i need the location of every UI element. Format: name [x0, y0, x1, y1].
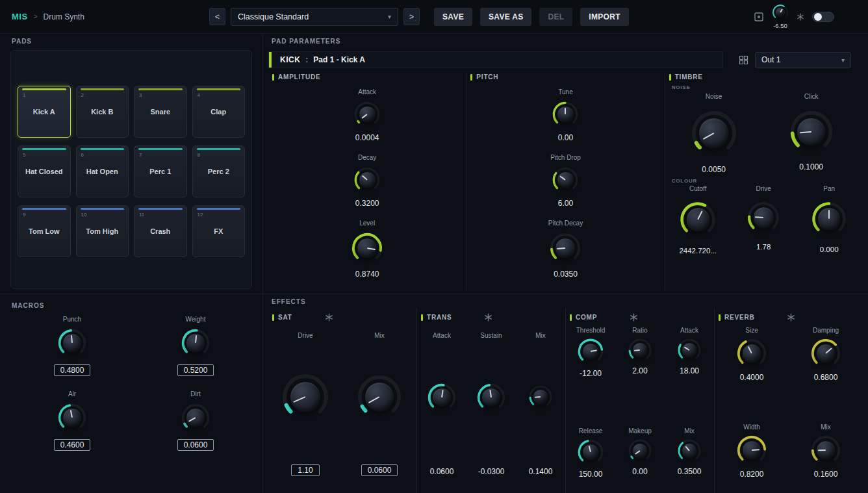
trans-sustain-knob[interactable] [476, 383, 506, 412]
knob-label: Attack [358, 88, 376, 95]
sat-state-icon[interactable] [325, 313, 333, 322]
sparkle-icon[interactable] [797, 13, 804, 21]
sat-panel: SATDrive1.10Mix0.0600 [268, 308, 416, 493]
weight-knob[interactable] [181, 328, 211, 358]
comp-threshold-knob[interactable] [577, 338, 604, 365]
master-toggle[interactable] [812, 12, 834, 22]
pad-hat-closed[interactable]: 5Hat Closed [18, 145, 71, 197]
knob-value[interactable]: 0.4800 [54, 364, 91, 376]
weight-control: Weight0.5200 [177, 316, 214, 376]
pads-grid: 1Kick A2Kick B3Snare4Clap5Hat Closed6Hat… [18, 86, 245, 257]
macros-grid: Punch0.4800Weight0.5200Air0.4600Dirt0.06… [10, 316, 262, 451]
amp-attack-knob[interactable] [353, 101, 381, 128]
knob-pointer [565, 108, 566, 114]
save-as-button[interactable]: SAVE AS [480, 8, 531, 26]
pad-kick-a[interactable]: 1Kick A [18, 86, 71, 138]
dirt-knob[interactable] [181, 403, 211, 433]
pad-tom-high[interactable]: 10Tom High [76, 205, 129, 257]
comp-ratio-control: Ratio2.00 [615, 327, 665, 378]
reverb-width-knob[interactable] [736, 435, 767, 466]
pad-perc-1[interactable]: 7Perc 1 [134, 145, 187, 197]
reverb-damping-knob[interactable] [810, 338, 841, 369]
trans-sustain-control: Sustain-0.0300 [466, 322, 516, 493]
reverb-mix-control: Mix0.1600 [789, 423, 863, 479]
reverb-mix-knob[interactable] [810, 435, 841, 466]
pan-knob[interactable] [811, 201, 847, 237]
pan-control: Pan0.000 [797, 185, 862, 255]
pad-color-line [22, 148, 66, 150]
pad-crash[interactable]: 11Crash [134, 205, 187, 257]
import-button[interactable]: IMPORT [580, 8, 628, 26]
pad-fx[interactable]: 12FX [192, 205, 246, 257]
timbre-drive-knob[interactable] [747, 201, 780, 234]
punch-knob[interactable] [57, 328, 87, 358]
preset-dropdown[interactable]: Classique Standard ▾ [231, 8, 398, 26]
master-volume-control: -6.50 [772, 4, 789, 29]
knob-value[interactable]: 0.0600 [361, 464, 398, 476]
trans-mix-knob[interactable] [528, 385, 553, 409]
pad-perc-2[interactable]: 8Perc 2 [192, 145, 246, 197]
chevron-down-icon: ▾ [841, 57, 845, 64]
reverb-size-knob[interactable] [736, 338, 767, 369]
pad-tom-low[interactable]: 9Tom Low [18, 205, 71, 257]
amp-level-knob[interactable] [351, 232, 383, 264]
comp-attack-knob[interactable] [677, 338, 702, 362]
tune-knob[interactable] [552, 101, 579, 128]
pad-kick-b[interactable]: 2Kick B [76, 86, 129, 138]
timbre-title: TIMBRE [675, 73, 703, 81]
air-knob[interactable] [57, 403, 87, 433]
pad-clap[interactable]: 4Clap [192, 86, 246, 138]
delete-button[interactable]: DEL [539, 8, 572, 26]
pad-snare[interactable]: 3Snare [134, 86, 187, 138]
preset-controls: < Classique Standard ▾ > SAVE SAVE AS DE… [209, 0, 629, 33]
breadcrumb: MIS > Drum Synth [12, 0, 84, 33]
master-volume-knob[interactable] [772, 4, 789, 21]
save-button[interactable]: SAVE [434, 8, 472, 26]
pitch-decay-knob[interactable] [549, 232, 581, 264]
amp-decay-knob[interactable] [353, 166, 381, 194]
amp-attack-control: Attack0.0004 [353, 88, 381, 142]
knob-label: Level [359, 220, 375, 227]
pitch-drop-control: Pitch Drop6.00 [550, 154, 581, 208]
pad-label: Hat Closed [19, 168, 69, 175]
knob-value[interactable]: 0.5200 [177, 364, 214, 376]
sat-mix-knob[interactable] [356, 373, 403, 420]
knob-label: Weight [186, 316, 206, 323]
colour-knobs: Cutoff2442.720...Drive1.78Pan0.000 [665, 185, 863, 255]
preset-next-button[interactable]: > [403, 8, 420, 25]
noise-knobs: Noise0.0050Click0.1000 [665, 90, 863, 174]
trans-state-icon[interactable] [484, 313, 492, 322]
pad-number: 12 [198, 212, 203, 218]
preset-prev-button[interactable]: < [209, 8, 225, 25]
comp-makeup-knob[interactable] [628, 438, 652, 463]
pad-hat-open[interactable]: 6Hat Open [76, 145, 129, 197]
comp-ratio-knob[interactable] [628, 338, 652, 362]
knob-value[interactable]: 0.4600 [54, 439, 91, 451]
pitch-drop-knob[interactable] [552, 166, 579, 194]
knob-value[interactable]: 0.0600 [177, 439, 214, 451]
brand-logo[interactable]: MIS [12, 12, 28, 21]
pad-color-line [138, 148, 183, 150]
knob-pointer [634, 349, 640, 351]
comp-state-icon[interactable] [630, 313, 638, 322]
sat-drive-knob[interactable] [281, 372, 330, 422]
knob-value[interactable]: 1.10 [291, 464, 319, 476]
routing-icon[interactable] [754, 12, 764, 22]
dirt-control: Dirt0.0600 [177, 390, 214, 451]
trans-attack-knob[interactable] [427, 383, 457, 412]
knob-face [359, 171, 376, 189]
comp-release-knob[interactable] [577, 438, 604, 466]
amplitude-section: AMPLITUDE Attack0.0004Decay0.3200Level0.… [268, 72, 466, 290]
noise-knob[interactable] [690, 109, 738, 157]
knob-face [753, 207, 774, 228]
output-grid-icon[interactable] [739, 55, 748, 65]
amplitude-header: AMPLITUDE [268, 72, 466, 81]
pad-label: Kick B [78, 108, 127, 116]
reverb-state-icon[interactable] [787, 313, 795, 322]
output-dropdown[interactable]: Out 1 ▾ [755, 52, 851, 68]
click-knob[interactable] [789, 109, 834, 155]
knob-label: Dirt [190, 390, 201, 398]
knob-pointer [361, 114, 368, 119]
cutoff-knob[interactable] [679, 201, 717, 238]
comp-mix-knob[interactable] [677, 438, 702, 463]
